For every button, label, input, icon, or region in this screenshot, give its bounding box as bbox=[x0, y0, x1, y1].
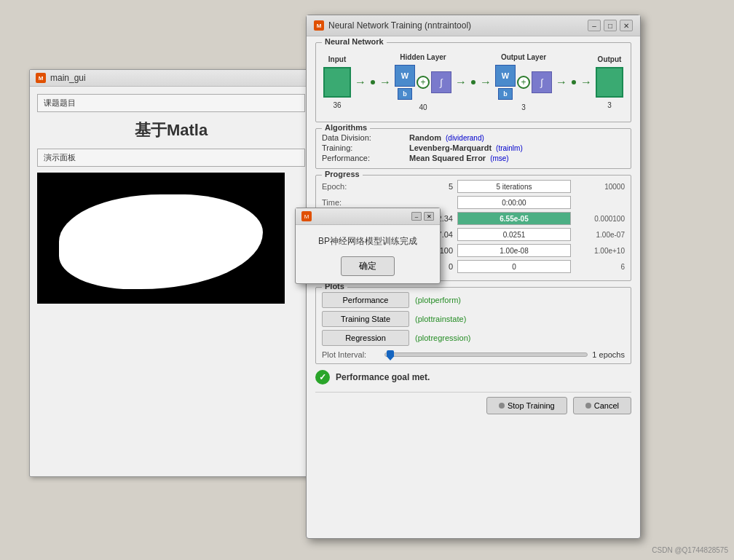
b-block-hidden: b bbox=[398, 88, 412, 100]
popup-titlebar-buttons: – ✕ bbox=[411, 212, 434, 221]
plot-regression-sub: (plotregression) bbox=[415, 334, 470, 342]
watermark: CSDN @Q1744828575 bbox=[652, 546, 728, 554]
epoch-bar: 5 iterations bbox=[457, 180, 571, 193]
output-box bbox=[596, 67, 623, 98]
nn-diagram: Input 36 → → Hidden Layer W b + bbox=[322, 47, 625, 117]
nn-body: Neural Network Input 36 → → Hidden Layer… bbox=[307, 36, 640, 536]
arrow5: → bbox=[556, 76, 567, 89]
popup-message: BP神经网络模型训练完成 bbox=[303, 235, 433, 248]
hidden-layer-label: Hidden Layer bbox=[400, 53, 446, 61]
plus-hidden: + bbox=[417, 76, 430, 89]
plot-slider-thumb bbox=[387, 350, 394, 360]
popup-minimize[interactable]: – bbox=[411, 212, 422, 221]
sigmoid-hidden: ∫ bbox=[431, 71, 451, 93]
bottom-buttons: Stop Training Cancel bbox=[315, 392, 631, 414]
nn-titlebar: M Neural Network Training (nntraintool) … bbox=[307, 15, 640, 36]
validation-bar-text: 0 bbox=[458, 261, 570, 272]
dot3 bbox=[572, 80, 576, 84]
algo-table: Data Division: Random (dividerand) Train… bbox=[322, 133, 625, 162]
algorithms-section: Algorithms Data Division: Random (divide… bbox=[315, 128, 631, 169]
nn-titlebar-left: M Neural Network Training (nntraintool) bbox=[314, 20, 471, 31]
plot-row-regression: Regression (plotregression) bbox=[322, 330, 625, 346]
algorithms-title: Algorithms bbox=[322, 123, 370, 132]
white-blob-shape bbox=[59, 194, 263, 289]
wb-column-hidden: W b bbox=[395, 65, 415, 100]
input-label: Input bbox=[328, 55, 346, 63]
epoch-max: 10000 bbox=[574, 183, 625, 191]
btn-regression[interactable]: Regression bbox=[322, 330, 409, 346]
algo-data-division: Data Division: Random (dividerand) bbox=[322, 133, 625, 142]
b-block-output: b bbox=[498, 88, 513, 100]
epoch-bar-text: 5 iterations bbox=[458, 181, 570, 192]
cancel-button[interactable]: Cancel bbox=[573, 397, 631, 414]
data-division-sub: (dividerand) bbox=[446, 134, 484, 142]
gradient-right: 1.00e-07 bbox=[574, 231, 625, 239]
plot-row-performance: Performance (plotperform) bbox=[322, 292, 625, 308]
sigmoid-output: ∫ bbox=[532, 71, 552, 93]
minimize-button[interactable]: – bbox=[588, 20, 601, 31]
time-bar: 0:00:00 bbox=[457, 196, 571, 209]
goal-met-text: Performance goal met. bbox=[336, 372, 430, 382]
plot-slider[interactable] bbox=[384, 352, 588, 357]
arrow1: → bbox=[355, 76, 366, 89]
goal-met: ✓ Performance goal met. bbox=[315, 370, 631, 384]
output-val: 3 bbox=[607, 101, 612, 109]
performance-right: 0.000100 bbox=[574, 215, 625, 223]
maximize-button[interactable]: □ bbox=[604, 20, 617, 31]
time-label: Time: bbox=[322, 198, 424, 207]
plot-row-training-state: Training State (plottrainstate) bbox=[322, 311, 625, 327]
mu-bar: 1.00e-08 bbox=[457, 244, 571, 257]
input-num: 36 bbox=[333, 101, 341, 109]
checkmark-icon: ✓ bbox=[315, 370, 330, 384]
stop-training-button[interactable]: Stop Training bbox=[486, 397, 567, 414]
plots-section: Plots Performance (plotperform) Training… bbox=[315, 287, 631, 364]
plot-interval-row: Plot Interval: 1 epochs bbox=[322, 350, 625, 359]
titlebar-buttons: – □ ✕ bbox=[588, 20, 633, 31]
validation-right: 6 bbox=[574, 263, 625, 271]
arrow4: → bbox=[480, 76, 492, 89]
algo-performance-sub: (mse) bbox=[490, 154, 509, 162]
plot-epoch: 1 epochs bbox=[592, 350, 625, 359]
popup-dialog: M – ✕ BP神经网络模型训练完成 确定 bbox=[295, 208, 441, 284]
training-key: Training: bbox=[322, 143, 409, 152]
epoch-label: Epoch: bbox=[322, 182, 424, 191]
popup-body: BP神经网络模型训练完成 确定 bbox=[296, 225, 440, 283]
dot2 bbox=[471, 80, 475, 84]
neural-network-title: Neural Network bbox=[322, 37, 387, 46]
nn-window-title: Neural Network Training (nntraintool) bbox=[328, 20, 471, 31]
time-bar-text: 0:00:00 bbox=[458, 197, 570, 208]
w-block-hidden: W bbox=[395, 65, 415, 87]
btn-training-state[interactable]: Training State bbox=[322, 311, 409, 327]
image-area bbox=[37, 173, 285, 304]
algo-training: Training: Levenberg-Marquardt (trainlm) bbox=[322, 143, 625, 152]
validation-bar: 0 bbox=[457, 260, 571, 273]
epoch-val-left: 5 bbox=[424, 182, 453, 191]
btn-performance[interactable]: Performance bbox=[322, 292, 409, 308]
training-sub: (trainlm) bbox=[496, 144, 523, 152]
gradient-bar: 0.0251 bbox=[457, 228, 571, 241]
dot1 bbox=[371, 80, 375, 84]
input-box bbox=[323, 67, 351, 98]
popup-close[interactable]: ✕ bbox=[424, 212, 434, 221]
hidden-num: 40 bbox=[419, 103, 427, 111]
gradient-bar-text: 0.0251 bbox=[458, 229, 570, 240]
final-output-column: Output 3 bbox=[596, 55, 623, 109]
input-layer-column: Input 36 bbox=[323, 55, 351, 109]
main-title-text: 基于Matla bbox=[37, 119, 305, 141]
output-layer-boxes: W b + ∫ bbox=[495, 65, 552, 100]
popup-titlebar: M – ✕ bbox=[296, 208, 440, 225]
arrow2: → bbox=[379, 76, 391, 89]
neural-network-section: Neural Network Input 36 → → Hidden Layer… bbox=[315, 42, 631, 122]
main-gui-window: M main_gui 课题题目 基于Matla 演示面板 bbox=[29, 69, 313, 477]
stop-dot bbox=[499, 403, 505, 409]
popup-ok-button[interactable]: 确定 bbox=[341, 256, 395, 276]
close-button[interactable]: ✕ bbox=[620, 20, 633, 31]
algo-performance-key: Performance: bbox=[322, 154, 409, 162]
plot-interval-label: Plot Interval: bbox=[322, 350, 380, 359]
progress-title: Progress bbox=[322, 170, 363, 178]
output-layer-column: Output Layer W b + ∫ 3 bbox=[495, 53, 552, 111]
data-division-val: Random bbox=[409, 133, 441, 142]
main-gui-titlebar: M main_gui bbox=[30, 70, 312, 87]
output-layer-label: Output Layer bbox=[501, 53, 546, 61]
matlab-icon: M bbox=[36, 73, 46, 83]
